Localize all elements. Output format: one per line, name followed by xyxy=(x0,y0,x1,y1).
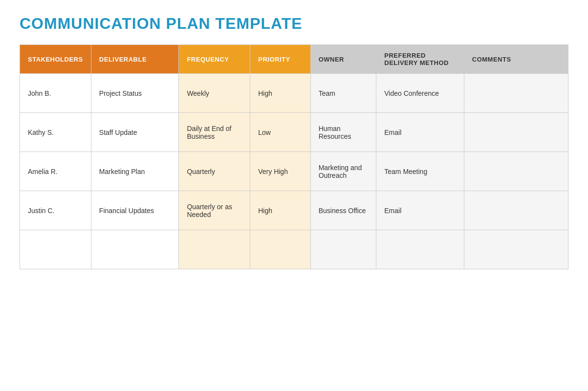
cell-comments xyxy=(464,191,568,230)
cell-stakeholder: Kathy S. xyxy=(20,113,91,152)
cell-deliverable xyxy=(91,230,179,269)
cell-deliverable: Marketing Plan xyxy=(91,152,179,191)
page-title: COMMUNICATION PLAN TEMPLATE xyxy=(20,15,568,33)
cell-priority: High xyxy=(250,191,310,230)
table-row xyxy=(20,230,568,269)
cell-priority: Very High xyxy=(250,152,310,191)
cell-comments xyxy=(464,113,568,152)
cell-stakeholder xyxy=(20,230,91,269)
cell-owner: Team xyxy=(310,74,376,113)
cell-delivery-method: Email xyxy=(376,191,464,230)
header-owner: OWNER xyxy=(310,45,376,74)
communication-plan-table: STAKEHOLDERS DELIVERABLE FREQUENCY PRIOR… xyxy=(20,44,568,269)
cell-comments xyxy=(464,74,568,113)
cell-frequency: Weekly xyxy=(179,74,250,113)
cell-comments xyxy=(464,152,568,191)
header-stakeholders: STAKEHOLDERS xyxy=(20,45,91,74)
table-header-row: STAKEHOLDERS DELIVERABLE FREQUENCY PRIOR… xyxy=(20,45,568,74)
cell-owner xyxy=(310,230,376,269)
table-row: Amelia R.Marketing PlanQuarterlyVery Hig… xyxy=(20,152,568,191)
cell-frequency: Daily at End of Business xyxy=(179,113,250,152)
cell-stakeholder: Amelia R. xyxy=(20,152,91,191)
cell-priority xyxy=(250,230,310,269)
table-row: John B.Project StatusWeeklyHighTeamVideo… xyxy=(20,74,568,113)
table-row: Kathy S.Staff UpdateDaily at End of Busi… xyxy=(20,113,568,152)
cell-comments xyxy=(464,230,568,269)
cell-deliverable: Staff Update xyxy=(91,113,179,152)
cell-owner: Business Office xyxy=(310,191,376,230)
header-deliverable: DELIVERABLE xyxy=(91,45,179,74)
header-comments: COMMENTS xyxy=(464,45,568,74)
cell-frequency: Quarterly or as Needed xyxy=(179,191,250,230)
cell-owner: Marketing and Outreach xyxy=(310,152,376,191)
cell-priority: Low xyxy=(250,113,310,152)
cell-stakeholder: John B. xyxy=(20,74,91,113)
header-delivery-method: PREFERRED DELIVERY METHOD xyxy=(376,45,464,74)
cell-priority: High xyxy=(250,74,310,113)
cell-delivery-method: Email xyxy=(376,113,464,152)
cell-frequency: Quarterly xyxy=(179,152,250,191)
header-frequency: FREQUENCY xyxy=(179,45,250,74)
cell-delivery-method: Team Meeting xyxy=(376,152,464,191)
header-priority: PRIORITY xyxy=(250,45,310,74)
cell-deliverable: Financial Updates xyxy=(91,191,179,230)
cell-delivery-method xyxy=(376,230,464,269)
cell-deliverable: Project Status xyxy=(91,74,179,113)
table-row: Justin C.Financial UpdatesQuarterly or a… xyxy=(20,191,568,230)
cell-owner: Human Resources xyxy=(310,113,376,152)
cell-frequency xyxy=(179,230,250,269)
cell-delivery-method: Video Conference xyxy=(376,74,464,113)
cell-stakeholder: Justin C. xyxy=(20,191,91,230)
